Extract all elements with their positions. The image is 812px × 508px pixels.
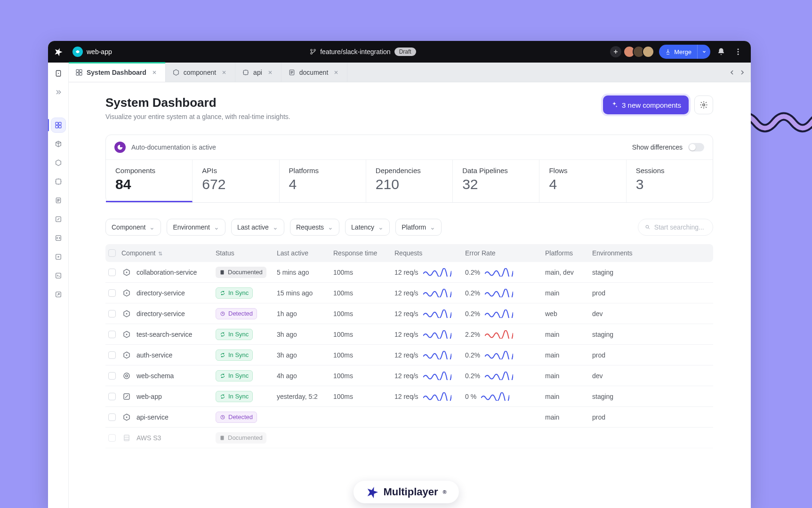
table-row[interactable]: collaboration-service Documented 5 mins … [105, 262, 713, 283]
row-checkbox[interactable] [108, 289, 116, 297]
rail-api-button[interactable] [51, 175, 65, 189]
tab-api[interactable]: api [235, 63, 281, 82]
multiplayer-logo-icon [365, 485, 378, 499]
component-type-icon [121, 350, 132, 360]
stat-tab[interactable]: Data Pipelines32 [453, 160, 539, 202]
svg-rect-23 [243, 70, 248, 74]
add-button[interactable] [610, 46, 621, 57]
row-checkbox[interactable] [108, 372, 116, 380]
tab-component[interactable]: component [166, 63, 235, 82]
col-last-active[interactable]: Last active [277, 249, 333, 257]
row-checkbox[interactable] [108, 351, 116, 359]
stat-value: 3 [636, 176, 703, 192]
gear-icon [699, 101, 708, 109]
rail-share-button[interactable] [51, 287, 65, 302]
table-row[interactable]: auth-service In Sync 3h ago 100ms 12 req… [105, 345, 713, 365]
col-status[interactable]: Status [216, 249, 277, 257]
row-checkbox[interactable] [108, 269, 116, 276]
stat-tab[interactable]: Flows4 [539, 160, 626, 202]
tab-document[interactable]: document [281, 63, 347, 82]
last-active-value: 3h ago [277, 331, 333, 338]
branch-name: feature/slack-integration [320, 48, 390, 56]
table-row[interactable]: test-search-service In Sync 3h ago 100ms… [105, 324, 713, 345]
row-checkbox[interactable] [108, 331, 116, 338]
new-components-button[interactable]: 3 new components [603, 95, 689, 114]
svg-rect-21 [76, 72, 79, 75]
autodoc-label: Auto-documentation is active [131, 143, 216, 151]
rail-doc-button[interactable] [51, 193, 65, 207]
stat-tab[interactable]: Platforms4 [280, 160, 366, 202]
filter-latency[interactable]: Latency⌄ [345, 219, 390, 236]
merge-button[interactable]: Merge [659, 45, 710, 59]
filter-platform[interactable]: Platform⌄ [395, 219, 442, 236]
table-row[interactable]: AWS S3 Documented [105, 428, 713, 448]
platforms-value: main [545, 331, 592, 338]
filter-component[interactable]: Component⌄ [105, 219, 161, 236]
col-component[interactable]: Component⇅ [121, 249, 216, 257]
table-row[interactable]: web-schema In Sync 4h ago 100ms 12 req/s… [105, 365, 713, 386]
stat-label: Platforms [289, 167, 356, 175]
stat-tab[interactable]: APIs672 [193, 160, 279, 202]
api-icon [55, 178, 62, 185]
select-all-checkbox[interactable] [108, 249, 116, 257]
row-checkbox[interactable] [108, 310, 116, 318]
filter-requests[interactable]: Requests⌄ [290, 219, 339, 236]
table-row[interactable]: directory-service In Sync 15 mins ago 10… [105, 283, 713, 303]
svg-point-27 [126, 271, 128, 273]
rail-play-button[interactable] [51, 250, 65, 264]
app-selector[interactable]: web-app [69, 47, 116, 57]
stat-tab[interactable]: Components84 [106, 160, 193, 202]
stat-value: 32 [462, 176, 530, 192]
requests-value: 12 req/s [394, 269, 418, 276]
show-differences-toggle[interactable] [688, 143, 704, 151]
requests-value: 12 req/s [394, 310, 418, 318]
rail-hex-button[interactable] [51, 156, 65, 170]
tab-close[interactable] [332, 68, 340, 77]
rail-edit-button[interactable] [51, 212, 65, 226]
star-logo-icon [54, 47, 63, 56]
table-row[interactable]: web-app In Sync yesterday, 5:2 100ms 12 … [105, 386, 713, 407]
row-checkbox[interactable] [108, 393, 116, 400]
tab-close[interactable] [220, 68, 228, 77]
rail-file-button[interactable] [51, 66, 65, 80]
rail-collapse-button[interactable] [51, 85, 65, 99]
app-logo[interactable] [48, 47, 69, 56]
tab-system-dashboard[interactable]: System Dashboard [69, 63, 166, 82]
col-response-time[interactable]: Response time [333, 249, 394, 257]
col-platforms[interactable]: Platforms [545, 249, 592, 257]
merge-dropdown[interactable] [697, 45, 710, 59]
collaborator-avatars[interactable] [626, 46, 654, 58]
table-row[interactable]: directory-service Detected 1h ago 100ms … [105, 303, 713, 324]
tab-close[interactable] [150, 68, 159, 77]
filter-environment[interactable]: Environment⌄ [167, 219, 225, 236]
rail-dashboard-button[interactable] [51, 118, 65, 132]
tab-close[interactable] [266, 68, 274, 77]
tabs-prev[interactable] [728, 69, 736, 76]
chevron-down-icon: ⌄ [149, 223, 155, 231]
tabs-next[interactable] [739, 69, 746, 76]
brand-name: Multiplayer [383, 486, 438, 498]
notifications-button[interactable] [715, 46, 727, 58]
tab-strip: System Dashboard component api document [69, 63, 751, 82]
col-environments[interactable]: Environments [592, 249, 644, 257]
search-input[interactable] [654, 223, 706, 231]
stat-tab[interactable]: Dependencies210 [366, 160, 453, 202]
rail-cube-button[interactable] [51, 137, 65, 151]
stat-tab[interactable]: Sessions3 [627, 160, 713, 202]
col-error-rate[interactable]: Error Rate [465, 249, 545, 257]
svg-rect-9 [58, 122, 61, 125]
merge-label: Merge [674, 48, 691, 56]
settings-button[interactable] [694, 95, 713, 114]
table-row[interactable]: api-service Detected main prod [105, 407, 713, 428]
col-requests[interactable]: Requests [394, 249, 465, 257]
filter-last-active[interactable]: Last active⌄ [231, 219, 284, 236]
branch-selector[interactable]: feature/slack-integration Draft [310, 48, 416, 56]
rail-code-button[interactable] [51, 231, 65, 245]
row-checkbox[interactable] [108, 434, 116, 442]
search-box[interactable] [638, 219, 713, 236]
rail-terminal-button[interactable] [51, 269, 65, 283]
svg-point-5 [738, 54, 739, 55]
merge-icon [665, 48, 671, 55]
row-checkbox[interactable] [108, 413, 116, 421]
more-menu-button[interactable] [732, 46, 744, 58]
